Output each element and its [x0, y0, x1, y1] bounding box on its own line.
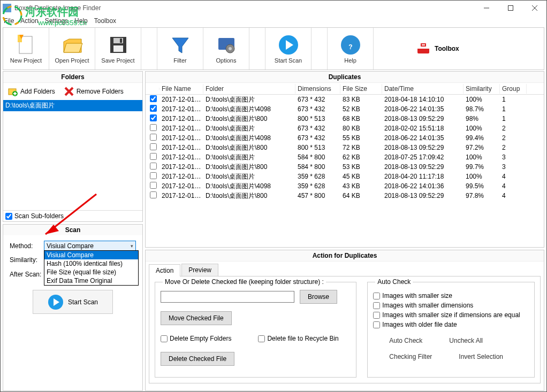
method-dropdown[interactable]: Visiual Compare Hash (100% identical fil…	[44, 250, 139, 286]
method-value: Visiual Compare	[47, 242, 94, 250]
cell-similarity: 99.4%	[464, 134, 500, 142]
auto-check-link[interactable]: Auto Check	[389, 337, 422, 344]
titlebar: Boxoft Duplicate Image Finder	[1, 1, 546, 16]
ac-older-date-checkbox[interactable]	[373, 321, 380, 328]
add-folders-button[interactable]: Add Folders	[7, 86, 55, 97]
cell-similarity: 98.7%	[464, 105, 500, 113]
cell-folder: D:\tools\桌面图片\800	[203, 163, 295, 172]
cell-dimensions: 800 * 513	[295, 144, 340, 151]
row-checkbox[interactable]	[150, 114, 157, 121]
options-button[interactable]: Options	[203, 28, 249, 70]
table-row[interactable]: 2017-12-01_...D:\tools\桌面图片\800800 * 513…	[146, 143, 544, 152]
row-checkbox[interactable]	[150, 95, 157, 102]
ac-smaller-size-checkbox[interactable]	[373, 293, 380, 299]
action-duplicates-panel: Action for Duplicates Action Preview Mov…	[145, 250, 544, 391]
menu-help[interactable]: Help	[74, 17, 88, 25]
row-checkbox[interactable]	[150, 163, 157, 170]
target-path-input[interactable]	[161, 291, 294, 303]
browse-button[interactable]: Browse	[300, 290, 337, 304]
save-project-button[interactable]: Save Project	[95, 28, 141, 70]
table-row[interactable]: 2017-12-01_...D:\tools\桌面图片584 * 80062 K…	[146, 152, 544, 162]
invert-selection-link[interactable]: Invert Selection	[459, 353, 503, 360]
maximize-button[interactable]	[498, 1, 522, 16]
row-checkbox[interactable]	[150, 172, 157, 179]
ac-label: Images with smaller dimensions	[382, 302, 473, 309]
close-button[interactable]	[522, 1, 546, 16]
window-title: Boxoft Duplicate Image Finder	[14, 4, 474, 12]
toolbox-label[interactable]: Toolbox	[435, 45, 459, 52]
dropdown-option[interactable]: File Size (equal file size)	[44, 268, 138, 276]
table-row[interactable]: 2017-12-01_...D:\tools\桌面图片\800457 * 800…	[146, 191, 544, 201]
toolbar-label: New Project	[10, 57, 42, 64]
delete-recycle-checkbox[interactable]	[258, 335, 265, 342]
table-row[interactable]: 2017-12-01_...D:\tools\桌面图片\4098359 * 62…	[146, 181, 544, 191]
cell-similarity: 100%	[464, 125, 500, 132]
cell-dimensions: 673 * 432	[295, 125, 340, 132]
row-checkbox[interactable]	[150, 182, 157, 189]
menu-action[interactable]: Action	[20, 17, 38, 25]
col-dimensions[interactable]: Dimensions	[295, 84, 340, 94]
play-icon	[277, 34, 300, 56]
ac-smaller-eq-checkbox[interactable]	[373, 312, 380, 319]
checking-filter-link[interactable]: Checking Filter	[389, 353, 432, 360]
col-filesize[interactable]: File Size	[340, 84, 382, 94]
start-scan-label: Start Scan	[68, 298, 98, 306]
cell-datetime: 2018-07-25 17:09:42	[382, 153, 464, 161]
table-row[interactable]: 2017-12-01_...D:\tools\桌面图片\800800 * 513…	[146, 114, 544, 124]
tab-action[interactable]: Action	[149, 264, 180, 276]
dropdown-option[interactable]: Exif Data Time Original	[44, 276, 138, 285]
help-button[interactable]: ? Help	[328, 28, 374, 70]
cell-filename: 2017-12-01_...	[159, 144, 203, 151]
move-checked-button[interactable]: Move Checked File	[161, 311, 232, 325]
open-project-button[interactable]: Open Project	[49, 28, 95, 70]
duplicates-title: Duplicates	[146, 72, 544, 83]
row-checkbox[interactable]	[150, 191, 157, 198]
ac-smaller-dim-checkbox[interactable]	[373, 302, 380, 309]
ac-label: Images with smaller size if dimensions a…	[382, 311, 520, 319]
folder-list[interactable]: D:\tools\桌面图片	[3, 100, 142, 210]
uncheck-all-link[interactable]: Uncheck All	[449, 337, 483, 344]
cell-filesize: 83 KB	[340, 96, 382, 103]
tab-preview[interactable]: Preview	[181, 264, 218, 276]
table-row[interactable]: 2017-12-01_...D:\tools\桌面图片\4098673 * 43…	[146, 133, 544, 143]
scan-subfolders-checkbox[interactable]	[5, 213, 12, 220]
cell-filename: 2017-12-01_...	[159, 153, 203, 161]
row-checkbox[interactable]	[150, 153, 157, 160]
table-row[interactable]: 2017-12-01_...D:\tools\桌面图片359 * 62845 K…	[146, 172, 544, 181]
cell-datetime: 2018-08-13 09:52:29	[382, 163, 464, 171]
remove-folders-button[interactable]: Remove Folders	[64, 86, 124, 97]
row-checkbox[interactable]	[150, 134, 157, 141]
menu-settings[interactable]: Settings	[45, 17, 68, 25]
new-project-button[interactable]: New Project	[3, 28, 49, 70]
row-checkbox[interactable]	[150, 105, 157, 112]
new-project-icon	[15, 34, 37, 56]
dropdown-option[interactable]: Hash (100% identical files)	[44, 259, 138, 268]
start-scan-button[interactable]: Start Scan	[265, 28, 312, 70]
cell-folder: D:\tools\桌面图片\4098	[203, 105, 295, 114]
table-row[interactable]: 2017-12-01_...D:\tools\桌面图片673 * 43283 K…	[146, 95, 544, 104]
cell-folder: D:\tools\桌面图片	[203, 124, 295, 133]
cell-filename: 2017-12-01_...	[159, 163, 203, 171]
col-filename[interactable]: File Name	[159, 84, 203, 94]
col-folder[interactable]: Folder	[203, 84, 295, 94]
filter-button[interactable]: Filter	[157, 28, 203, 70]
col-group[interactable]: Group	[500, 84, 527, 94]
delete-empty-checkbox[interactable]	[161, 335, 168, 342]
col-datetime[interactable]: Date/Time	[382, 84, 464, 94]
row-checkbox[interactable]	[150, 124, 157, 131]
row-checkbox[interactable]	[150, 143, 157, 150]
delete-checked-button[interactable]: Delete Checked File	[161, 352, 234, 366]
cell-filesize: 80 KB	[340, 125, 382, 132]
table-row[interactable]: 2017-12-01_...D:\tools\桌面图片\800584 * 800…	[146, 162, 544, 172]
menu-toolbox[interactable]: Toolbox	[94, 17, 116, 25]
method-select[interactable]: Visiual Compare ▾	[44, 241, 136, 251]
col-similarity[interactable]: Similarity	[464, 84, 500, 94]
minimize-button[interactable]	[474, 1, 498, 16]
move-delete-group: Move Or Delete Checked file (keeping fol…	[155, 282, 356, 378]
dropdown-option[interactable]: Visiual Compare	[44, 251, 138, 259]
start-scan-big-button[interactable]: Start Scan	[33, 290, 113, 314]
folder-selected-item[interactable]: D:\tools\桌面图片	[3, 100, 142, 111]
menu-file[interactable]: File	[4, 17, 14, 25]
table-row[interactable]: 2017-12-01_...D:\tools\桌面图片\4098673 * 43…	[146, 104, 544, 114]
table-row[interactable]: 2017-12-01_...D:\tools\桌面图片673 * 43280 K…	[146, 124, 544, 133]
